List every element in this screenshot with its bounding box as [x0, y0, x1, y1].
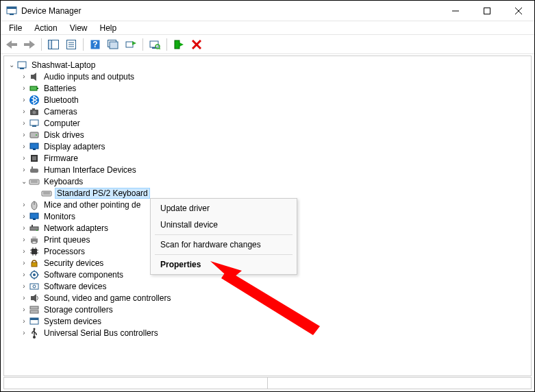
close-button[interactable] — [503, 1, 534, 21]
svg-rect-2 — [10, 14, 14, 15]
chevron-right-icon[interactable]: › — [19, 119, 29, 128]
tree-category-node[interactable]: ›Human Interface Devices — [18, 164, 531, 175]
swcomp-icon — [29, 269, 40, 280]
disk-icon — [29, 130, 40, 140]
svg-rect-39 — [33, 149, 36, 150]
svg-rect-34 — [30, 120, 38, 125]
svg-rect-60 — [32, 249, 37, 254]
minimize-button[interactable] — [440, 1, 471, 21]
chevron-right-icon[interactable]: › — [19, 165, 29, 175]
chevron-right-icon[interactable]: › — [19, 305, 29, 315]
context-menu-item[interactable]: Update driver — [151, 200, 297, 217]
tree-category-node[interactable]: ›Universal Serial Bus controllers — [18, 327, 531, 339]
menu-action[interactable]: Action — [29, 22, 62, 34]
chevron-right-icon[interactable]: › — [19, 72, 29, 82]
computer-icon — [29, 118, 40, 129]
tree-category-node[interactable]: ›Computer — [18, 117, 531, 129]
chevron-right-icon[interactable]: › — [19, 270, 29, 280]
svg-point-84 — [33, 336, 36, 339]
chevron-right-icon[interactable]: › — [19, 317, 29, 326]
tree-node-label: Software components — [42, 270, 125, 280]
tree-node-label: Sound, video and game controllers — [42, 293, 172, 303]
properties-button[interactable] — [63, 37, 79, 52]
status-cell — [268, 378, 532, 389]
svg-rect-38 — [30, 143, 38, 149]
chevron-down-icon[interactable]: ⌄ — [19, 177, 29, 186]
toolbar-separator — [41, 38, 42, 51]
svg-point-37 — [36, 134, 37, 136]
tree-category-node[interactable]: ›Display adapters — [18, 140, 531, 152]
svg-rect-76 — [30, 284, 38, 289]
svg-rect-22 — [175, 40, 179, 49]
tree-category-node[interactable]: ›Software devices — [18, 280, 531, 292]
chevron-right-icon[interactable]: › — [19, 223, 29, 233]
chevron-right-icon[interactable]: › — [19, 247, 29, 256]
toolbar-separator — [142, 38, 143, 51]
tree-category-node[interactable]: ›Storage controllers — [18, 304, 531, 315]
svg-rect-17 — [126, 42, 133, 47]
update-driver-button[interactable] — [123, 37, 139, 52]
tree-category-node[interactable]: ›Audio inputs and outputs — [18, 71, 531, 82]
chevron-right-icon[interactable]: › — [19, 142, 29, 151]
tree-category-node[interactable]: ›Cameras — [18, 106, 531, 117]
title-bar: Device Manager — [1, 1, 534, 21]
svg-rect-59 — [32, 241, 36, 243]
scan-hardware-button[interactable] — [147, 37, 163, 52]
menu-help[interactable]: Help — [95, 22, 123, 34]
maximize-button[interactable] — [471, 1, 503, 21]
system-icon — [29, 316, 40, 327]
chevron-right-icon[interactable]: › — [19, 293, 29, 303]
svg-rect-55 — [32, 225, 33, 227]
tree-category-node[interactable]: ›Bluetooth — [18, 94, 531, 106]
menu-view[interactable]: View — [64, 22, 93, 34]
chevron-right-icon[interactable]: › — [19, 130, 29, 140]
firmware-icon — [29, 153, 40, 164]
sound-icon — [29, 293, 40, 304]
tree-node-label: Computer — [42, 119, 82, 128]
tree-root-node[interactable]: ⌄Shashwat-Laptop — [5, 59, 531, 71]
action-button-1[interactable] — [105, 37, 121, 52]
chevron-right-icon[interactable]: › — [19, 107, 29, 117]
tree-category-node[interactable]: ›System devices — [18, 315, 531, 327]
tree-node-label: Firmware — [42, 154, 79, 163]
chevron-down-icon[interactable]: ⌄ — [7, 60, 16, 70]
svg-rect-82 — [30, 318, 38, 320]
svg-rect-53 — [33, 219, 36, 220]
chevron-right-icon[interactable]: › — [19, 84, 29, 93]
svg-rect-26 — [20, 68, 24, 69]
context-menu-item[interactable]: Properties — [151, 256, 297, 273]
nav-forward-button[interactable] — [21, 37, 38, 52]
chevron-right-icon[interactable]: › — [19, 328, 29, 338]
uninstall-device-button[interactable] — [188, 37, 205, 52]
menu-file[interactable]: File — [3, 22, 27, 34]
chevron-right-icon[interactable]: › — [19, 212, 29, 221]
context-menu: Update driverUninstall deviceScan for ha… — [150, 198, 297, 275]
tree-node-label: Software devices — [42, 282, 108, 291]
tree-category-node[interactable]: ›Disk drives — [18, 129, 531, 140]
tree-node-label: System devices — [42, 317, 103, 326]
chevron-right-icon[interactable]: › — [19, 95, 29, 105]
chevron-right-icon[interactable]: › — [19, 282, 29, 291]
tree-category-node[interactable]: ›Firmware — [18, 152, 531, 164]
svg-rect-42 — [30, 169, 38, 173]
nav-back-button[interactable] — [3, 37, 20, 52]
chevron-right-icon[interactable]: › — [19, 154, 29, 163]
tree-node-label: Keyboards — [42, 177, 84, 186]
tree-device-node[interactable]: ›Standard PS/2 Keyboard — [30, 187, 531, 199]
context-menu-item[interactable]: Scan for hardware changes — [151, 236, 297, 253]
chevron-right-icon[interactable]: › — [19, 200, 29, 210]
chevron-right-icon[interactable]: › — [19, 258, 29, 268]
svg-rect-25 — [18, 62, 26, 68]
tree-category-node[interactable]: ›Sound, video and game controllers — [18, 292, 531, 304]
enable-device-button[interactable] — [171, 37, 187, 52]
show-hide-console-button[interactable] — [45, 37, 62, 52]
status-cell — [4, 378, 268, 389]
svg-rect-43 — [32, 167, 33, 169]
tree-category-node[interactable]: ⌄Keyboards — [18, 175, 531, 187]
context-menu-item[interactable]: Uninstall device — [151, 217, 297, 233]
help-button[interactable]: ? — [87, 37, 103, 52]
camera-icon — [29, 106, 40, 117]
chevron-right-icon[interactable]: › — [19, 235, 29, 245]
tree-category-node[interactable]: ›Batteries — [18, 82, 531, 94]
svg-rect-4 — [484, 8, 490, 14]
